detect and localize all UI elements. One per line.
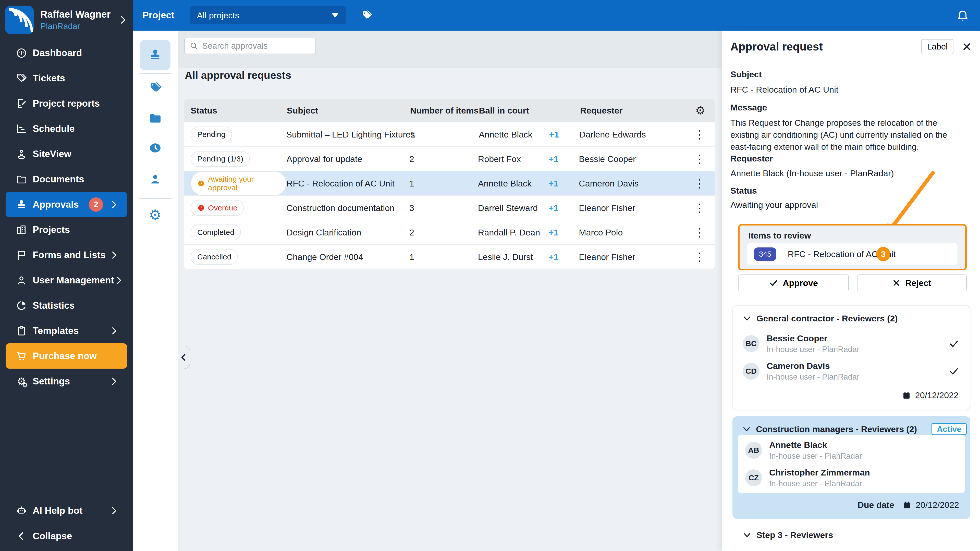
page-title: All approval requests [185,69,291,81]
cell-requester: Bessie Cooper [579,154,694,164]
notifications-bell-icon[interactable] [956,9,969,22]
column-header-status[interactable]: Status [191,106,287,116]
column-header-requester[interactable]: Requester [580,106,695,116]
chevron-right-icon [109,200,118,209]
table-row[interactable]: Completed Design Clarification 2 Randall… [184,220,714,245]
chevron-down-icon[interactable] [743,314,751,322]
chevron-right-icon[interactable] [118,15,127,25]
reviewer-row[interactable]: AB Annette Black In-house user - PlanRad… [738,439,965,461]
column-header-number-of-items[interactable]: Number of items [410,106,479,116]
reviewer-group-step-3[interactable]: Step 3 - Reviewers [722,529,980,541]
sidebar-item-label: Purchase now [33,351,97,362]
reviewer-name: Cameron Davis [767,361,859,371]
status-value: Awaiting your approval [730,200,818,210]
table-header-row: Status Subject Number of items Ball in c… [184,99,714,122]
sidebar-item-statistics[interactable]: Statistics [6,293,127,318]
cell-ball-in-court: Randall P. Dean [478,227,549,238]
sidebar-item-ai-help-bot[interactable]: AI Help bot [6,498,127,523]
caret-down-icon [331,13,339,17]
row-menu-kebab-icon[interactable]: ⋮ [694,251,705,263]
more-assignees-link[interactable]: +1 [549,203,558,213]
chevron-right-icon [109,506,118,515]
chevron-down-icon[interactable] [743,531,751,539]
row-menu-kebab-icon[interactable]: ⋮ [694,129,705,140]
sidebar-item-label: Dashboard [33,48,82,59]
rail-clock-icon[interactable] [140,133,170,163]
more-assignees-link[interactable]: +1 [549,252,558,262]
review-item-card[interactable]: 345 RFC - Relocation of AC Unit 3 [747,243,958,265]
more-assignees-link[interactable]: +1 [549,227,558,237]
sidebar-item-label: Projects [33,224,70,235]
column-header-ball-in-court[interactable]: Ball in court [479,106,550,116]
sidebar-item-dashboard[interactable]: Dashboard [6,40,127,65]
project-selector[interactable]: All projects [189,6,346,24]
search-box[interactable] [184,38,316,54]
labels-icon[interactable] [360,9,373,22]
reviewer-row[interactable]: CZ Christopher Zimmerman In-house user -… [738,467,965,489]
chevron-down-icon[interactable] [742,425,750,433]
main-content: All approval requests Status Subject Num… [178,30,722,551]
row-menu-kebab-icon[interactable]: ⋮ [694,178,705,189]
search-input[interactable] [202,41,309,51]
sidebar-item-projects[interactable]: Projects [6,217,127,242]
sidebar-item-user-management[interactable]: User Management [6,268,127,293]
rail-gear-icon[interactable]: ⚙ [140,200,170,230]
sidebar-item-settings[interactable]: ⚙ ⚙ Settings [6,368,127,394]
stamp-icon [15,199,28,210]
label-button[interactable]: Label [921,39,953,54]
sidebar-item-label: Tickets [33,73,65,84]
sidebar-item-label: Schedule [33,124,75,134]
more-assignees-link[interactable]: +1 [549,179,558,188]
table-row[interactable]: Overdue Construction documentation 3 Dar… [184,195,714,220]
clipboard-icon [15,325,28,337]
sidebar-item-label: AI Help bot [33,505,83,516]
table-row[interactable]: Pending (1/3) Approval for update 2 Robe… [184,146,714,171]
rail-person-icon[interactable] [140,164,170,195]
table-settings-gear-icon[interactable]: ⚙ [695,105,705,116]
column-header-subject[interactable]: Subject [287,106,410,116]
rail-folder-icon[interactable] [140,103,170,133]
reviewer-row[interactable]: CD Cameron Davis In-house user - PlanRad… [733,360,970,382]
avatar: CZ [745,469,762,486]
group-title: General contractor - Reviewers (2) [756,313,898,324]
requester-label: Requester [730,154,773,164]
sidebar-item-purchase-now[interactable]: Purchase now [6,343,127,368]
sidebar-item-templates[interactable]: Templates [6,318,127,343]
pie-chart-icon [15,300,28,311]
approve-button[interactable]: Approve [738,275,849,291]
divider [139,198,172,199]
reviewer-row[interactable]: BC Bessie Cooper In-house user - PlanRad… [733,333,970,354]
table-row-selected[interactable]: Awaiting your approval RFC - Relocation … [184,171,714,195]
row-menu-kebab-icon[interactable]: ⋮ [694,227,705,238]
secondary-icon-rail: ⚙ [133,30,178,551]
sidebar-item-approvals[interactable]: Approvals 2 [6,192,127,217]
row-menu-kebab-icon[interactable]: ⋮ [694,202,705,214]
close-icon[interactable] [962,42,971,51]
more-assignees-link[interactable]: +1 [549,130,559,139]
sidebar-item-project-reports[interactable]: Project reports [6,91,127,116]
sidebar-collapse-button[interactable]: Collapse [6,524,127,549]
active-status-badge: Active [932,423,967,435]
status-badge: Pending [191,127,232,142]
rail-approvals-stamp-icon[interactable] [140,40,170,70]
sidebar-item-forms-and-lists[interactable]: Forms and Lists [6,242,127,268]
item-id-pill: 345 [754,248,776,261]
sidebar-item-schedule[interactable]: Schedule [6,116,127,141]
cell-number-of-items: 1 [410,130,479,140]
sidebar-item-documents[interactable]: Documents [6,167,127,192]
sidebar-header[interactable]: Raffael Wagner PlanRadar [0,0,133,34]
cell-number-of-items: 1 [409,179,478,189]
table-row[interactable]: Pending Submittal – LED Lighting Fixture… [184,122,714,146]
sidebar-item-label: SiteView [33,149,72,159]
table-row[interactable]: Cancelled Change Order #004 1 Leslie J. … [184,245,714,269]
row-menu-kebab-icon[interactable]: ⋮ [694,153,705,165]
sidebar-item-tickets[interactable]: Tickets [6,65,127,91]
more-assignees-link[interactable]: +1 [549,154,558,164]
reject-button[interactable]: Reject [857,275,967,291]
rail-tags-icon[interactable] [140,72,170,103]
sidebar-item-label: Approvals [33,199,79,210]
panel-collapse-handle[interactable] [178,346,190,369]
chevron-right-icon [114,276,123,285]
sidebar-item-siteview[interactable]: SiteView [6,141,127,167]
cell-subject: Submittal – LED Lighting Fixtures [286,130,410,140]
